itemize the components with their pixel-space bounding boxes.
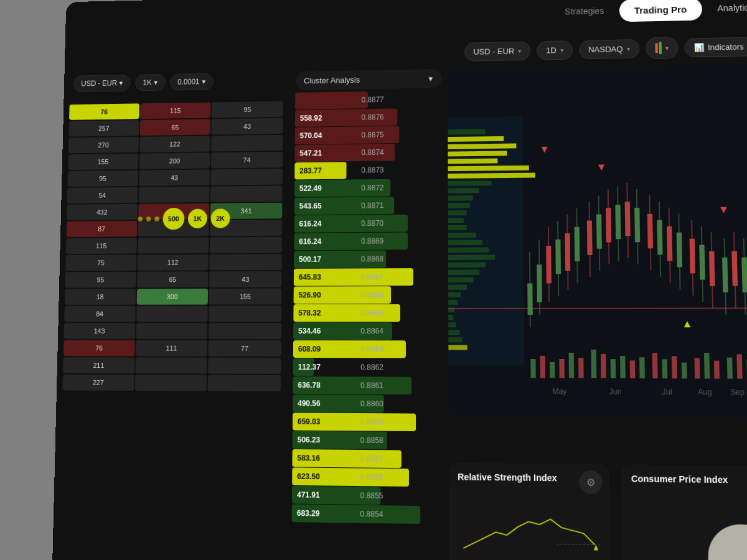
svg-rect-97 [639,357,645,378]
svg-rect-98 [652,353,658,378]
exchange-dropdown[interactable]: NASDAQ ▾ [579,39,639,59]
tab-strategies[interactable]: Strategies [557,2,612,20]
svg-rect-7 [448,173,535,179]
ob-row: 500.170.8868 [294,250,442,268]
hm-cell: 18 [65,289,136,305]
svg-rect-8 [448,180,492,186]
hm-cell [210,185,282,202]
hm-row: 2576543 [68,118,283,137]
hm-cell: 74 [211,152,283,169]
svg-rect-11 [448,203,470,208]
hm-row: 7611595 [69,101,283,120]
hm-cell: 75 [65,254,136,271]
svg-rect-96 [630,360,636,378]
bubble-dot-1 [138,217,143,222]
svg-rect-75 [722,258,728,292]
hm-row: 84 [64,306,281,322]
ob-row: 471.910.8855 [292,486,443,506]
chevron-down-icon: ▾ [560,47,563,54]
svg-rect-105 [727,358,733,379]
svg-rect-27 [448,322,456,327]
hm-cell: 115 [140,103,211,119]
svg-text:May: May [552,387,567,396]
candle-icon [655,42,662,54]
hm-cell: 270 [68,137,139,153]
main-chart[interactable]: May Jun Jul Aug Sep Oct [448,63,747,418]
svg-rect-14 [448,225,467,230]
svg-rect-103 [704,353,710,378]
svg-rect-45 [565,233,570,271]
rsi-panel: Relative Strength Index ⚙ [449,463,610,560]
svg-rect-94 [611,359,616,378]
svg-rect-2 [448,136,504,142]
settings-button[interactable]: ⚙ [579,470,603,494]
svg-rect-5 [448,158,498,164]
svg-rect-22 [448,285,467,290]
hm-row: 211 [63,357,281,374]
hm-row: 54 [67,185,283,203]
hm-row: 227 [63,375,281,391]
ob-row: 583.160.8857 [292,449,442,469]
chevron-down-icon: ▾ [518,47,521,54]
svg-rect-16 [448,240,482,245]
blob-decoration [708,524,747,560]
ob-row: 547.210.8874 [294,143,441,162]
ob-row: 543.650.8871 [294,197,442,215]
svg-rect-9 [448,188,479,193]
svg-rect-89 [559,359,565,378]
hm-cell: 115 [66,238,137,254]
bubble-2k: 2K [210,208,230,228]
hm-row: 143 [64,323,281,339]
hm-row: 7611177 [63,340,281,357]
hm-cell: 95 [67,170,138,187]
chevron-down-icon: ▾ [665,44,668,51]
svg-rect-71 [699,245,705,280]
ob-row: 683.290.8854 [292,504,443,524]
hm-cell [208,375,281,391]
svg-rect-18 [448,255,495,260]
hm-row: 9543 [67,169,282,187]
ob-row: 659.030.8859 [293,413,443,431]
svg-rect-13 [448,218,464,223]
tab-trading-pro[interactable]: Trading Pro [619,0,702,22]
right-panel: May Jun Jul Aug Sep Oct Relative Strengt… [448,63,747,560]
hm-cell: 76 [69,103,139,119]
pair-dropdown[interactable]: USD - EUR ▾ [464,41,530,61]
svg-text:Jun: Jun [609,387,621,396]
svg-rect-92 [591,350,596,378]
hm-cell: 95 [65,272,136,288]
tab-analytics[interactable]: Analytics [710,0,747,17]
svg-rect-24 [448,300,458,305]
order-book: 0.8877558.920.8876570.040.8875547.210.88… [292,90,443,525]
svg-rect-26 [448,315,453,320]
svg-text:Jul: Jul [662,387,672,396]
svg-rect-1 [448,129,485,134]
svg-rect-21 [448,278,473,282]
left-size-dropdown[interactable]: 1K ▾ [135,74,166,91]
hm-cell: 211 [63,357,134,373]
timeframe-dropdown[interactable]: 1D ▾ [537,40,573,60]
svg-rect-30 [448,345,467,350]
hm-cell [209,306,281,322]
indicators-dropdown[interactable]: 📊 Indicators ▾ [684,37,747,57]
hm-cell: 122 [139,136,210,152]
left-pair-dropdown[interactable]: USD - EUR ▾ [73,75,131,92]
svg-rect-20 [448,270,479,275]
hm-cell [210,237,282,253]
cluster-analysis-header[interactable]: Cluster Analysis ▾ [295,69,441,90]
svg-rect-25 [448,307,454,312]
svg-rect-106 [736,354,742,378]
svg-rect-15 [448,233,476,238]
svg-line-31 [448,308,747,309]
svg-rect-65 [667,226,672,261]
hm-cell [136,323,207,339]
chevron-down-icon: ▾ [120,79,123,87]
chevron-down-icon: ▾ [429,74,433,83]
heatmap-grid: 7611595257654327012215520074954354432993… [58,101,283,560]
svg-rect-93 [601,354,606,378]
ob-row: 636.780.8861 [293,376,442,394]
ob-row: 616.240.8869 [294,232,442,250]
left-value-dropdown[interactable]: 0.0001 ▾ [170,73,214,91]
chevron-down-icon: ▾ [154,78,157,86]
candle-type-dropdown[interactable]: ▾ [646,37,679,59]
